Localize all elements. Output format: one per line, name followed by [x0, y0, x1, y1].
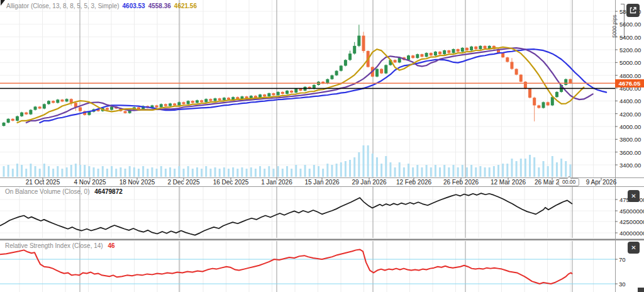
price-tick-label: 4400.00	[619, 98, 641, 104]
obv-tick-label: 40000000	[619, 230, 644, 237]
rsi-line	[0, 249, 572, 284]
price-tick-label: 4000.00	[619, 123, 641, 130]
price-tick-label: 5000.00	[619, 59, 641, 66]
alligator-value: 4603.53	[123, 3, 145, 9]
rsi-current-value: 46	[108, 242, 114, 249]
open-in-new-window-icon	[629, 6, 637, 14]
price-tick-label: 5400.00	[619, 34, 641, 41]
alligator-value: 4621.56	[174, 3, 197, 9]
expand-chart-button[interactable]	[626, 4, 640, 17]
price-tick-label: 5200.00	[619, 47, 641, 53]
trading-chart-window: Alligator (Close, 13, 8, 8, 5, 5, 3, Sim…	[0, 0, 644, 292]
alligator-indicator-header[interactable]: Alligator (Close, 13, 8, 8, 5, 5, 3, Sim…	[6, 3, 197, 9]
price-tick-label: 3400.00	[619, 162, 641, 169]
cursor-icon	[1, 0, 5, 6]
rsi-close-button[interactable]: ✕	[628, 242, 640, 254]
price-tick-label: 5600.00	[619, 21, 641, 28]
alligator-lips-line	[17, 47, 584, 123]
price-tick-label: 4800.00	[619, 72, 641, 79]
close-icon: ✕	[631, 193, 636, 199]
rsi-level-label: 70	[619, 256, 626, 263]
close-icon: ✕	[631, 244, 636, 251]
obv-indicator-label: On Balance Volume (Close, 0)	[5, 188, 90, 195]
rsi-level-label: 30	[619, 281, 626, 288]
alligator-value: 4558.36	[148, 3, 171, 9]
price-tick-label: 3800.00	[619, 136, 641, 143]
date-tick-label: 9 Apr 2026	[573, 179, 630, 186]
obv-tick-label: 42500000	[619, 218, 644, 225]
alligator-indicator-label: Alligator (Close, 13, 8, 8, 5, 5, 3, Sim…	[6, 3, 119, 9]
obv-indicator-header[interactable]: On Balance Volume (Close, 0) 46479872	[5, 188, 123, 195]
pips-measure-label: 5000 pips	[611, 4, 618, 38]
rsi-indicator-label: Relative Strength Index (Close, 14)	[5, 242, 103, 249]
time-callout: 00:00	[558, 178, 579, 186]
rsi-indicator-header[interactable]: Relative Strength Index (Close, 14) 46	[5, 242, 115, 249]
obv-current-value: 46479872	[94, 188, 123, 195]
alligator-indicator-values: 4603.534558.364621.56	[119, 3, 197, 9]
current-price-label: 4676.05	[615, 79, 644, 87]
price-tick-label: 3600.00	[619, 149, 641, 156]
corner-button-partial[interactable]	[638, 288, 644, 292]
obv-tick-label: 45000000	[619, 208, 644, 215]
price-tick-label: 4200.00	[619, 111, 641, 118]
obv-close-button[interactable]: ✕	[628, 190, 640, 202]
